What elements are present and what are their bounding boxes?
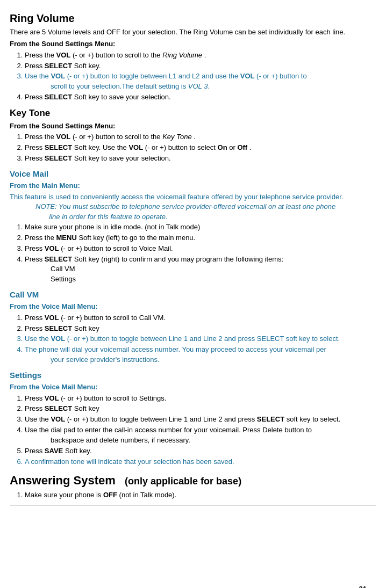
vol-bold: VOL [240, 72, 255, 80]
list-item: Press SELECT Soft key to save your selec… [25, 154, 376, 164]
select-bold: SELECT [45, 93, 72, 101]
settings-title: Settings [10, 369, 376, 381]
answering-system-title: Answering System (only applicable for ba… [10, 472, 376, 489]
call-vm-item: Call VM [51, 265, 75, 273]
bottom-divider [10, 505, 376, 505]
ring-volume-intro: There are 5 Volume levels and OFF for yo… [10, 27, 376, 38]
list-item: Use the dial pad to enter the call-in ac… [25, 425, 376, 446]
answering-system-subtitle: (only applicable for base) [122, 476, 241, 487]
list-item: Press SELECT Soft key [25, 404, 376, 414]
period: . [169, 93, 171, 101]
voice-mail-steps: Make sure your phone is in idle mode. (n… [25, 222, 376, 285]
on-bold: On [218, 143, 227, 151]
list-item: Press VOL (- or +) button to scroll to C… [25, 313, 376, 323]
list-item: Press SAVE Soft key. [25, 446, 376, 456]
page-number: 21 [359, 584, 367, 588]
ring-volume-title: Ring Volume [10, 11, 376, 26]
voice-mail-from-menu: From the Main Menu: [10, 181, 376, 191]
list-item: Press SELECT Soft key. Use the VOL (- or… [25, 143, 376, 153]
ring-volume-steps: Press the VOL (- or +) button to scroll … [25, 50, 376, 103]
key-tone-title: Key Tone [10, 107, 376, 120]
vol-bold: VOL [45, 314, 59, 322]
key-tone-from-menu: From the Sound Settings Menu: [10, 121, 376, 132]
page-wrapper: { "ring_volume": { "title": "Ring Volume… [10, 11, 376, 588]
voice-mail-title: Voice Mail [10, 168, 376, 180]
key-tone-label: Key Tone [162, 133, 194, 141]
voice-mail-intro: This feature is used to conveniently acc… [10, 192, 376, 202]
list-item: Press VOL (- or +) button to scroll to S… [25, 394, 376, 404]
vol-bold: VOL [51, 415, 65, 423]
select-bold: SELECT [45, 324, 72, 332]
ring-volume-label: Ring Volume [162, 51, 204, 59]
select-bold: SELECT [45, 62, 72, 70]
settings-from-menu: From the Voice Mail Menu: [10, 382, 376, 393]
select-bold: SELECT [45, 154, 72, 162]
vol-bold: VOL [51, 72, 65, 80]
list-item: Make sure your phone is OFF (not in Talk… [25, 490, 376, 500]
call-vm-title: Call VM [10, 289, 376, 301]
vol-bold: VOL [45, 394, 59, 402]
list-item: Use the VOL (- or +) button to toggle be… [25, 415, 376, 425]
select-bold: SELECT [45, 404, 72, 412]
settings-item: Settings [51, 275, 76, 283]
off-bold: OFF [103, 491, 117, 499]
vol-bold: VOL [56, 133, 71, 141]
settings-steps: Press VOL (- or +) button to scroll to S… [25, 394, 376, 467]
voice-mail-note: NOTE: You must subscribe to telephone se… [35, 202, 376, 222]
list-item: Make sure your phone is in idle mode. (n… [25, 222, 376, 233]
period: . [169, 154, 171, 162]
list-item: Press the VOL (- or +) button to scroll … [25, 132, 376, 142]
select-bold: SELECT [257, 415, 284, 423]
call-vm-from-menu: From the Voice Mail Menu: [10, 302, 376, 312]
list-item: Press SELECT Soft key (right) to confirm… [25, 255, 376, 285]
list-item: The phone will dial your voicemail acces… [25, 345, 376, 365]
list-item: Press VOL (- or +) button to scroll to V… [25, 244, 376, 254]
list-item: Press SELECT Soft key. [25, 61, 376, 71]
answering-system-steps: Make sure your phone is OFF (not in Talk… [25, 490, 376, 500]
menu-bold: MENU [56, 234, 77, 242]
key-tone-steps: Press the VOL (- or +) button to scroll … [25, 132, 376, 164]
list-item: A confirmation tone will indicate that y… [25, 457, 376, 467]
select-bold: SELECT [45, 143, 72, 151]
step-indent: your service provider's instructions. [51, 355, 160, 364]
vol3-label: VOL 3 [188, 82, 208, 90]
off-bold: Off [237, 143, 247, 151]
vol-bold: VOL [56, 51, 71, 59]
vol-bold: VOL [51, 335, 65, 343]
select-bold: SELECT [45, 255, 72, 263]
list-item: Press the MENU Soft key (left) to go to … [25, 233, 376, 243]
call-vm-steps: Press VOL (- or +) button to scroll to C… [25, 313, 376, 365]
list-item: Use the VOL (- or +) button to toggle be… [25, 71, 376, 92]
ring-volume-from-menu: From the Sound Settings Menu: [10, 39, 376, 49]
list-item: Press the VOL (- or +) button to scroll … [25, 50, 376, 61]
step-indent: backspace and delete numbers, if necessa… [51, 436, 190, 444]
vol-bold: VOL [128, 143, 143, 151]
list-item: Press SELECT Soft key [25, 324, 376, 334]
step-indent: scroll to your selection.The default set… [51, 82, 210, 90]
list-item: Use the VOL (- or +) button to toggle be… [25, 334, 376, 344]
save-bold: SAVE [45, 447, 63, 455]
vol-bold: VOL [45, 244, 59, 252]
list-item: Press SELECT Soft key to save your selec… [25, 92, 376, 103]
